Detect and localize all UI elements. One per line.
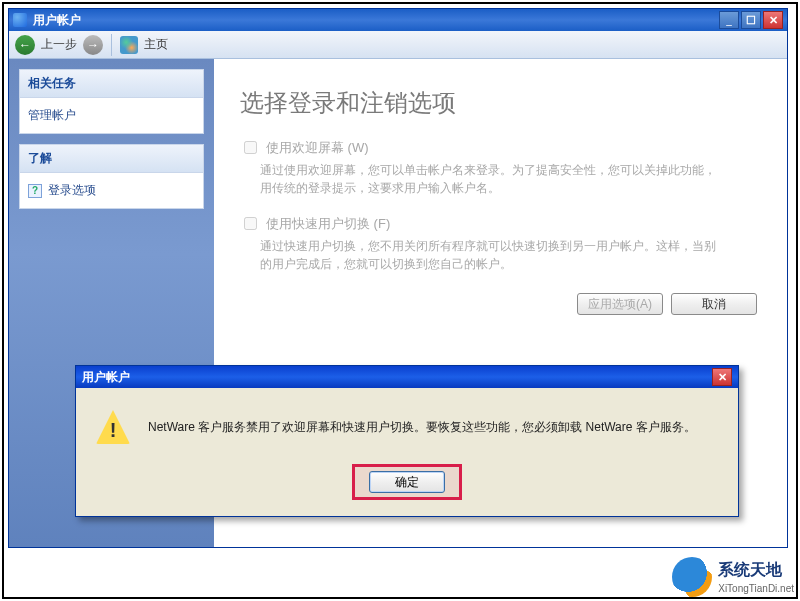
- sidebar-link-logon-options[interactable]: ? 登录选项: [28, 179, 195, 202]
- sidebar-learn-box: 了解 ? 登录选项: [19, 144, 204, 209]
- dialog-title: 用户帐户: [82, 369, 712, 386]
- main-button-row: 应用选项(A) 取消: [240, 293, 761, 315]
- toolbar: ← 上一步 → 主页: [9, 31, 787, 59]
- watermark-sub: XiTongTianDi.net: [718, 583, 794, 594]
- window-title: 用户帐户: [33, 12, 719, 29]
- warning-icon: [96, 410, 130, 444]
- dialog-close-button[interactable]: ✕: [712, 368, 732, 386]
- maximize-button[interactable]: ☐: [741, 11, 761, 29]
- watermark-icon: [672, 557, 712, 597]
- dialog-ok-button[interactable]: 确定: [369, 471, 445, 493]
- option-description: 通过使用欢迎屏幕，您可以单击帐户名来登录。为了提高安全性，您可以关掉此功能，用传…: [260, 161, 720, 197]
- back-label[interactable]: 上一步: [41, 36, 77, 53]
- dialog-message: NetWare 客户服务禁用了欢迎屏幕和快速用户切换。要恢复这些功能，您必须卸载…: [148, 419, 696, 436]
- sidebar-link-label: 管理帐户: [28, 107, 76, 124]
- close-button[interactable]: ✕: [763, 11, 783, 29]
- watermark: 系统天地 XiTongTianDi.net: [672, 557, 794, 597]
- netware-warning-dialog: 用户帐户 ✕ NetWare 客户服务禁用了欢迎屏幕和快速用户切换。要恢复这些功…: [75, 365, 739, 517]
- option-welcome-screen: 使用欢迎屏幕 (W) 通过使用欢迎屏幕，您可以单击帐户名来登录。为了提高安全性，…: [240, 139, 761, 197]
- forward-icon: →: [83, 35, 103, 55]
- page-heading: 选择登录和注销选项: [240, 87, 761, 119]
- home-label[interactable]: 主页: [144, 36, 168, 53]
- sidebar-link-manage-accounts[interactable]: 管理帐户: [28, 104, 195, 127]
- option-description: 通过快速用户切换，您不用关闭所有程序就可以快速切换到另一用户帐户。这样，当别的用…: [260, 237, 720, 273]
- dialog-titlebar: 用户帐户 ✕: [76, 366, 738, 388]
- help-icon: ?: [28, 184, 42, 198]
- app-icon: [13, 13, 27, 27]
- dialog-ok-highlight: 确定: [352, 464, 462, 500]
- option-fast-user-switching: 使用快速用户切换 (F) 通过快速用户切换，您不用关闭所有程序就可以快速切换到另…: [240, 215, 761, 273]
- option-title: 使用欢迎屏幕 (W): [266, 139, 369, 157]
- checkbox-welcome-screen: [244, 141, 257, 154]
- checkbox-fast-user-switching: [244, 217, 257, 230]
- cancel-button[interactable]: 取消: [671, 293, 757, 315]
- option-title: 使用快速用户切换 (F): [266, 215, 390, 233]
- window-buttons: _ ☐ ✕: [719, 11, 783, 29]
- dialog-body: NetWare 客户服务禁用了欢迎屏幕和快速用户切换。要恢复这些功能，您必须卸载…: [76, 388, 738, 516]
- sidebar-tasks-box: 相关任务 管理帐户: [19, 69, 204, 134]
- home-icon[interactable]: [120, 36, 138, 54]
- toolbar-separator: [111, 34, 112, 56]
- back-icon[interactable]: ←: [15, 35, 35, 55]
- titlebar: 用户帐户 _ ☐ ✕: [9, 9, 787, 31]
- minimize-button[interactable]: _: [719, 11, 739, 29]
- sidebar-tasks-heading: 相关任务: [20, 70, 203, 98]
- apply-options-button: 应用选项(A): [577, 293, 663, 315]
- sidebar-link-label: 登录选项: [48, 182, 96, 199]
- watermark-main: 系统天地: [718, 560, 794, 581]
- sidebar-learn-heading: 了解: [20, 145, 203, 173]
